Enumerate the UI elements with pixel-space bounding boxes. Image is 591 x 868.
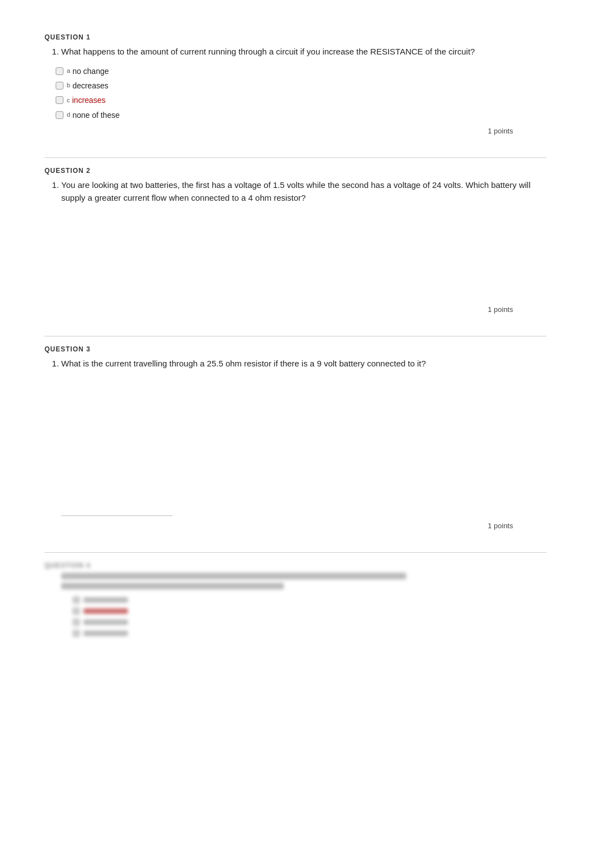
option-a-letter: a	[67, 66, 70, 76]
option-d-text: none of these	[72, 109, 120, 121]
question-3-answer-area	[45, 377, 546, 444]
question-1-points: 1 points	[45, 127, 546, 135]
q4-option-c	[72, 618, 546, 626]
question-2-block: QUESTION 2 You are looking at two batter…	[45, 167, 546, 314]
option-b-letter: b	[67, 81, 70, 91]
q4-option-a	[72, 596, 546, 604]
q4-option-c-radio	[72, 618, 80, 626]
question-1-options: a no change b decreases c increases d no…	[45, 65, 546, 122]
option-c-radio[interactable]	[56, 96, 63, 104]
option-a-radio[interactable]	[56, 67, 63, 75]
question-1-list: What happens to the amount of current ru…	[45, 46, 546, 58]
question-4-content	[45, 573, 546, 637]
question-1-label: QUESTION 1	[45, 33, 546, 41]
q4-option-d-text	[83, 631, 128, 636]
question-4-label: QUESTION 4	[45, 562, 546, 569]
q4-option-c-text	[83, 619, 128, 625]
question-4-text-line-1	[61, 573, 406, 579]
q4-option-a-radio	[72, 596, 80, 604]
question-3-points: 1 points	[45, 522, 546, 530]
question-4-options	[61, 596, 546, 637]
option-b-text: decreases	[72, 80, 109, 92]
question-4-text-line-2	[61, 583, 284, 589]
question-3-write-area[interactable]	[61, 449, 173, 516]
option-a[interactable]: a no change	[56, 65, 546, 77]
question-2-answer-area	[45, 211, 546, 300]
question-2-label: QUESTION 2	[45, 167, 546, 175]
option-d-letter: d	[67, 110, 70, 120]
question-3-block: QUESTION 3 What is the current travellin…	[45, 345, 546, 530]
question-3-list: What is the current travelling through a…	[45, 358, 546, 370]
option-c-text: increases	[72, 94, 106, 106]
question-1-block: QUESTION 1 What happens to the amount of…	[45, 33, 546, 135]
option-a-text: no change	[72, 65, 109, 77]
option-b[interactable]: b decreases	[56, 80, 546, 92]
option-c[interactable]: c increases	[56, 94, 546, 106]
question-4-block: QUESTION 4	[45, 562, 546, 637]
option-d-radio[interactable]	[56, 111, 63, 119]
q4-option-b-text	[83, 608, 128, 614]
question-2-text: You are looking at two batteries, the fi…	[61, 179, 546, 204]
question-2-points: 1 points	[45, 305, 546, 314]
question-3-text: What is the current travelling through a…	[61, 358, 546, 370]
option-d[interactable]: d none of these	[56, 109, 546, 121]
option-c-letter: c	[67, 96, 70, 106]
q4-option-b-radio	[72, 607, 80, 615]
q4-option-d	[72, 629, 546, 637]
divider-3	[45, 552, 546, 553]
q4-option-b	[72, 607, 546, 615]
divider-2	[45, 336, 546, 336]
question-2-list: You are looking at two batteries, the fi…	[45, 179, 546, 204]
q4-option-d-radio	[72, 629, 80, 637]
divider-1	[45, 157, 546, 158]
question-3-label: QUESTION 3	[45, 345, 546, 353]
option-b-radio[interactable]	[56, 82, 63, 90]
q4-option-a-text	[83, 597, 128, 603]
question-1-text: What happens to the amount of current ru…	[61, 46, 546, 58]
